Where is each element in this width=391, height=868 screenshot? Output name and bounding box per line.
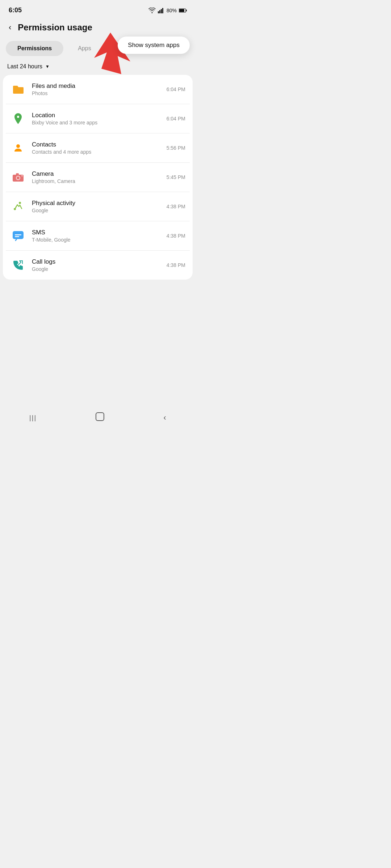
list-item[interactable]: SMS T-Mobile, Google 4:38 PM [6,221,190,251]
page-title: Permission usage [18,22,92,33]
item-title: Location [32,112,167,119]
item-time: 4:38 PM [167,204,185,209]
activity-icon [10,199,26,214]
item-title: Physical activity [32,200,167,207]
status-time: 6:05 [9,7,22,14]
wifi-icon [148,8,156,13]
list-item[interactable]: Files and media Photos 6:04 PM [6,75,190,104]
time-filter-chevron: ▼ [45,64,50,69]
battery-icon [179,8,187,13]
svg-point-8 [16,144,20,148]
item-time: 6:04 PM [167,116,185,122]
list-item[interactable]: Camera Lightroom, Camera 5:45 PM [6,163,190,192]
status-icons: 80% [148,8,187,13]
item-text: Camera Lightroom, Camera [32,170,167,184]
folder-icon [10,81,26,97]
location-icon [10,111,26,127]
list-item[interactable]: Location Bixby Voice and 3 more apps 6:0… [6,104,190,133]
svg-rect-3 [162,8,163,13]
tab-permissions[interactable]: Permissions [6,41,63,56]
signal-icon [158,8,164,13]
list-item[interactable]: Physical activity Google 4:38 PM [6,192,190,221]
list-item[interactable]: Call logs Google 4:38 PM [6,251,190,280]
item-time: 5:45 PM [167,174,185,180]
svg-point-13 [21,175,23,176]
item-subtitle: Bixby Voice and 3 more apps [32,120,167,125]
item-subtitle: Photos [32,90,167,96]
item-title: Call logs [32,258,167,265]
back-button[interactable]: ‹ [6,21,14,34]
item-text: SMS T-Mobile, Google [32,229,167,243]
svg-rect-5 [179,9,184,12]
battery-text: 80% [167,8,177,13]
item-text: Physical activity Google [32,200,167,213]
item-subtitle: Lightroom, Camera [32,178,167,184]
time-filter-label: Last 24 hours [7,63,42,70]
svg-point-14 [19,202,21,204]
call-logs-icon [10,257,26,273]
svg-rect-6 [186,9,187,11]
svg-rect-12 [16,173,19,175]
svg-rect-18 [15,236,19,237]
item-time: 5:56 PM [167,145,185,151]
sms-icon [10,228,26,244]
item-subtitle: Google [32,208,167,213]
svg-rect-0 [158,11,159,13]
status-bar: 6:05 80% [0,0,196,18]
item-title: SMS [32,229,167,236]
item-subtitle: Contacts and 4 more apps [32,149,167,155]
show-system-apps-tooltip[interactable]: Show system apps [118,37,190,54]
item-time: 4:38 PM [167,233,185,239]
item-title: Contacts [32,141,167,148]
contacts-icon [10,140,26,156]
back-nav-button[interactable]: ‹ [156,409,173,426]
item-time: 6:04 PM [167,86,185,92]
camera-icon [10,169,26,185]
tooltip-label: Show system apps [128,42,180,48]
item-text: Call logs Google [32,258,167,272]
bottom-nav: ||| ‹ [0,405,196,434]
recent-apps-button[interactable]: ||| [22,410,44,425]
item-title: Camera [32,170,167,178]
item-subtitle: T-Mobile, Google [32,237,167,243]
svg-rect-2 [161,9,162,13]
item-text: Files and media Photos [32,82,167,96]
svg-rect-1 [159,10,160,13]
item-subtitle: Google [32,266,167,272]
item-time: 4:38 PM [167,262,185,268]
item-text: Contacts Contacts and 4 more apps [32,141,167,155]
svg-point-11 [17,176,20,179]
item-title: Files and media [32,82,167,90]
item-text: Location Bixby Voice and 3 more apps [32,112,167,125]
svg-rect-19 [96,413,104,421]
list-item[interactable]: Contacts Contacts and 4 more apps 5:56 P… [6,133,190,163]
home-button[interactable] [88,408,112,427]
svg-rect-17 [15,234,21,235]
permissions-list: Files and media Photos 6:04 PM Location … [3,75,193,280]
